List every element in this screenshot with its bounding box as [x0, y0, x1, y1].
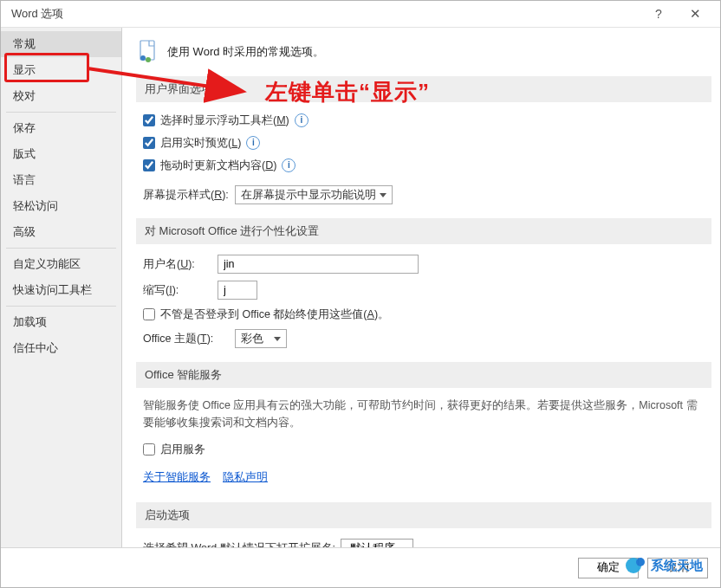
page-header: 使用 Word 时采用的常规选项。: [138, 40, 711, 64]
dialog-body: 常规 显示 校对 保存 版式 语言 轻松访问 高级 自定义功能区 快速访问工具栏…: [1, 28, 720, 547]
sidebar-item-accessibility[interactable]: 轻松访问: [1, 193, 121, 219]
svg-point-2: [146, 57, 151, 62]
section-intelligent-title: Office 智能服务: [136, 362, 711, 388]
opt-live-preview-checkbox[interactable]: [143, 137, 155, 149]
opt-always-use-values-checkbox[interactable]: [143, 308, 155, 320]
page-header-text: 使用 Word 时采用的常规选项。: [167, 44, 324, 60]
opt-enable-services-checkbox[interactable]: [143, 443, 155, 456]
info-icon[interactable]: i: [246, 136, 260, 150]
close-icon: ✕: [690, 6, 701, 22]
content-pane: 使用 Word 时采用的常规选项。 用户界面选项 选择时显示浮动工具栏(M) i…: [122, 28, 720, 547]
username-input[interactable]: [218, 255, 419, 274]
window-title: Word 选项: [11, 6, 640, 22]
section-personalize-title: 对 Microsoft Office 进行个性化设置: [136, 218, 711, 244]
intelligent-desc: 智能服务使 Office 应用具有云的强大功能，可帮助节约时间，获得更好的结果。…: [143, 397, 705, 431]
content-scroll[interactable]: 使用 Word 时采用的常规选项。 用户界面选项 选择时显示浮动工具栏(M) i…: [122, 28, 720, 547]
initials-label: 缩写(I):: [143, 283, 218, 298]
sidebar: 常规 显示 校对 保存 版式 语言 轻松访问 高级 自定义功能区 快速访问工具栏…: [1, 28, 122, 547]
info-icon[interactable]: i: [282, 158, 296, 172]
sidebar-item-quick-access[interactable]: 快速访问工具栏: [1, 277, 121, 303]
opt-enable-services[interactable]: 启用服务: [143, 443, 205, 457]
sidebar-item-display[interactable]: 显示: [1, 57, 121, 83]
screentip-style-label: 屏幕提示样式(R):: [143, 188, 235, 203]
cancel-button[interactable]: 取消: [647, 558, 708, 578]
help-icon: ?: [655, 7, 662, 21]
sidebar-item-proofing[interactable]: 校对: [1, 83, 121, 109]
sidebar-separator: [6, 248, 116, 249]
opt-drag-update-checkbox[interactable]: [143, 159, 155, 171]
help-button[interactable]: ?: [640, 2, 677, 26]
sidebar-item-general[interactable]: 常规: [1, 31, 121, 57]
section-startup-title: 启动选项: [136, 502, 711, 528]
sidebar-item-advanced[interactable]: 高级: [1, 219, 121, 245]
username-label: 用户名(U):: [143, 257, 218, 272]
theme-select[interactable]: 彩色: [235, 329, 287, 348]
sidebar-item-layout[interactable]: 版式: [1, 141, 121, 167]
sidebar-item-language[interactable]: 语言: [1, 167, 121, 193]
default-programs-button[interactable]: 默认程序...: [341, 539, 413, 547]
title-bar: Word 选项 ? ✕: [1, 1, 720, 28]
theme-label: Office 主题(T):: [143, 332, 235, 346]
opt-always-use-values[interactable]: 不管是否登录到 Office 都始终使用这些值(A)。: [143, 307, 389, 322]
link-privacy[interactable]: 隐私声明: [223, 470, 268, 485]
opt-live-preview[interactable]: 启用实时预览(L): [143, 136, 241, 151]
close-button[interactable]: ✕: [677, 2, 713, 26]
opt-drag-update[interactable]: 拖动时更新文档内容(D): [143, 158, 276, 173]
sidebar-separator: [6, 112, 116, 113]
opt-mini-toolbar[interactable]: 选择时显示浮动工具栏(M): [143, 113, 289, 128]
word-options-dialog: Word 选项 ? ✕ 常规 显示 校对 保存 版式 语言 轻松访问 高级 自定…: [0, 0, 721, 588]
section-ui-title: 用户界面选项: [136, 76, 711, 102]
initials-input[interactable]: [218, 281, 257, 300]
sidebar-item-addins[interactable]: 加载项: [1, 309, 121, 335]
sidebar-item-trust-center[interactable]: 信任中心: [1, 335, 121, 361]
page-icon: [138, 40, 159, 64]
svg-point-1: [140, 55, 146, 61]
sidebar-separator: [6, 306, 116, 307]
opt-mini-toolbar-checkbox[interactable]: [143, 114, 155, 126]
sidebar-item-customize-ribbon[interactable]: 自定义功能区: [1, 251, 121, 277]
screentip-style-select[interactable]: 在屏幕提示中显示功能说明: [235, 185, 393, 204]
info-icon[interactable]: i: [295, 113, 309, 127]
default-ext-label: 选择希望 Word 默认情况下打开扩展名:: [143, 541, 335, 548]
dialog-footer: 确定 取消: [1, 547, 720, 587]
sidebar-item-save[interactable]: 保存: [1, 115, 121, 141]
link-about-intelligent[interactable]: 关于智能服务: [143, 470, 211, 485]
ok-button[interactable]: 确定: [578, 558, 639, 578]
